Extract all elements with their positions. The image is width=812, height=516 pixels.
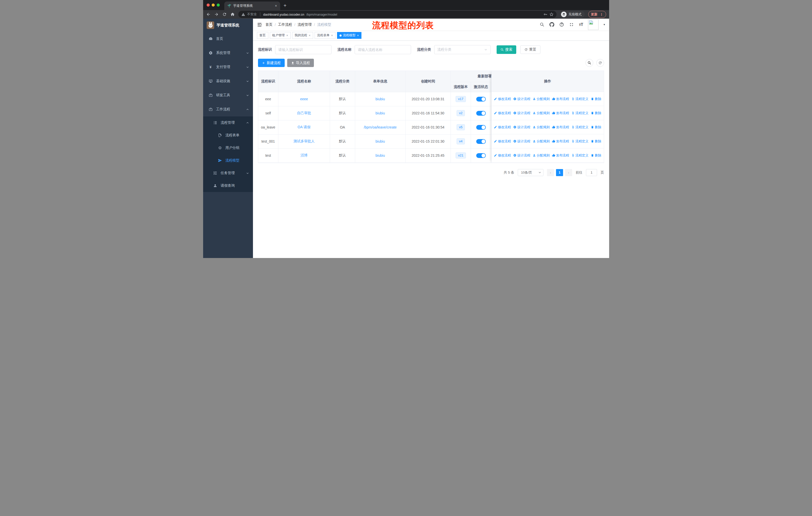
sidebar-collapse-icon[interactable] [257,22,262,27]
logo-row[interactable]: 芋道管理系统 [203,19,253,32]
design-process-link[interactable]: 设计流程 [513,97,530,101]
assign-rule-link[interactable]: 分配规则 [532,139,550,144]
window-controls[interactable] [203,0,224,10]
design-process-link[interactable]: 设计流程 [513,139,530,144]
search-button[interactable]: 搜索 [497,45,516,54]
version-badge[interactable]: v17 [456,96,466,102]
sidebar-item-system[interactable]: 系统管理 [203,46,253,60]
edit-process-link[interactable]: 修改流程 [494,125,511,130]
active-toggle[interactable] [476,125,486,130]
zoom-window-button[interactable] [217,3,220,6]
address-bar[interactable]: 不安全 dashboard.yudao.iocoder.cn/bpm/manag… [238,11,556,18]
delete-link[interactable]: 删除 [591,111,601,115]
version-badge[interactable]: v4 [457,138,465,144]
tag-process-form[interactable]: 流程表单× [315,32,336,39]
new-tab-button[interactable]: + [284,3,287,8]
assign-rule-link[interactable]: 分配规则 [532,153,550,158]
avatar[interactable] [588,19,599,30]
sidebar-item-workflow[interactable]: 工作流程 [203,102,253,116]
sidebar-item-pay[interactable]: ¥ 支付管理 [203,60,253,74]
forward-icon[interactable] [214,12,219,17]
browser-menu-icon[interactable]: ⋮ [600,12,603,17]
version-badge[interactable]: v2 [457,110,465,116]
breadcrumb-workflow[interactable]: 工作流程 [278,22,292,27]
process-definition-link[interactable]: 流程定义 [571,153,588,158]
sidebar-item-task-mgmt[interactable]: 任务管理 [203,167,253,180]
home-icon[interactable] [230,12,235,17]
process-name-link[interactable]: OA 请假 [297,125,310,129]
sidebar-item-user-group[interactable]: 用户分组 [203,142,253,154]
breadcrumb-process-mgmt[interactable]: 流程管理 [297,22,312,27]
tab-close-icon[interactable]: × [275,4,277,8]
process-id-input[interactable] [275,45,331,54]
process-definition-link[interactable]: 流程定义 [571,97,588,101]
form-link[interactable]: biubiu [376,139,385,143]
prev-page-button[interactable]: ‹ [547,169,554,176]
not-secure-label[interactable]: 不安全 [247,12,257,17]
browser-update-button[interactable]: 更新 ⋮ [588,11,606,18]
sidebar-item-home[interactable]: 首页 [203,32,253,46]
header-search-icon[interactable] [540,22,545,27]
process-name-link[interactable]: 滔博 [300,153,308,157]
reset-button[interactable]: 重置 [520,45,541,54]
github-icon[interactable] [549,22,554,27]
tag-home[interactable]: 首页 [257,32,268,39]
process-definition-link[interactable]: 流程定义 [571,111,588,115]
tag-tenant[interactable]: 租户管理× [270,32,291,39]
publish-process-link[interactable]: 发布流程 [552,125,569,130]
create-process-button[interactable]: 新建流程 [258,59,285,67]
publish-process-link[interactable]: 发布流程 [552,111,569,115]
reload-icon[interactable] [222,12,227,17]
assign-rule-link[interactable]: 分配规则 [532,125,550,130]
form-link[interactable]: /bpm/oa/leave/create [364,125,397,129]
delete-link[interactable]: 删除 [591,97,601,101]
process-definition-link[interactable]: 流程定义 [571,125,588,130]
process-name-link[interactable]: eeee [300,97,308,101]
sidebar-item-devtools[interactable]: 研发工具 [203,88,253,102]
assign-rule-link[interactable]: 分配规则 [532,111,550,115]
show-search-button[interactable] [585,59,593,67]
delete-link[interactable]: 删除 [591,139,601,144]
edit-process-link[interactable]: 修改流程 [494,153,511,158]
help-icon[interactable] [559,22,564,27]
edit-process-link[interactable]: 修改流程 [494,111,511,115]
refresh-table-button[interactable] [596,59,604,67]
design-process-link[interactable]: 设计流程 [513,153,530,158]
tag-my-process[interactable]: 我的流程× [292,32,313,39]
active-toggle[interactable] [476,97,486,102]
browser-tab[interactable]: 芋道管理系统 × [224,1,280,10]
form-link[interactable]: biubiu [376,111,385,115]
bookmark-star-icon[interactable] [549,12,553,17]
tag-process-model[interactable]: 流程模型× [337,32,361,39]
publish-process-link[interactable]: 发布流程 [552,139,569,144]
sidebar-item-process-mgmt[interactable]: 流程管理 [203,116,253,129]
edit-process-link[interactable]: 修改流程 [494,139,511,144]
delete-link[interactable]: 删除 [591,153,601,158]
process-name-link[interactable]: 自己审批 [297,111,311,115]
next-page-button[interactable]: › [565,169,572,176]
edit-process-link[interactable]: 修改流程 [494,97,511,101]
avatar-caret-icon[interactable]: ▾ [604,23,605,26]
process-name-input[interactable] [355,45,411,54]
goto-page-input[interactable] [586,169,597,176]
breadcrumb-home[interactable]: 首页 [265,22,272,27]
form-link[interactable]: biubiu [376,154,385,158]
version-badge[interactable]: v21 [456,153,466,159]
active-toggle[interactable] [476,153,486,158]
tag-close-icon[interactable]: × [286,34,288,37]
close-window-button[interactable] [207,3,210,6]
publish-process-link[interactable]: 发布流程 [552,97,569,101]
sidebar-item-process-model[interactable]: 流程模型 [203,154,253,167]
form-link[interactable]: biubiu [376,97,385,101]
import-process-button[interactable]: 导入流程 [287,59,314,67]
process-definition-link[interactable]: 流程定义 [571,139,588,144]
design-process-link[interactable]: 设计流程 [513,111,530,115]
sidebar-item-leave-query[interactable]: 请假查询 [203,180,253,192]
process-category-select[interactable]: 流程分类 [434,45,491,54]
design-process-link[interactable]: 设计流程 [513,125,530,130]
sidebar-item-infra[interactable]: 基础设施 [203,74,253,88]
minimize-window-button[interactable] [212,3,215,6]
delete-link[interactable]: 删除 [591,125,601,130]
version-badge[interactable]: v5 [457,124,465,130]
tag-close-icon[interactable]: × [357,34,359,37]
